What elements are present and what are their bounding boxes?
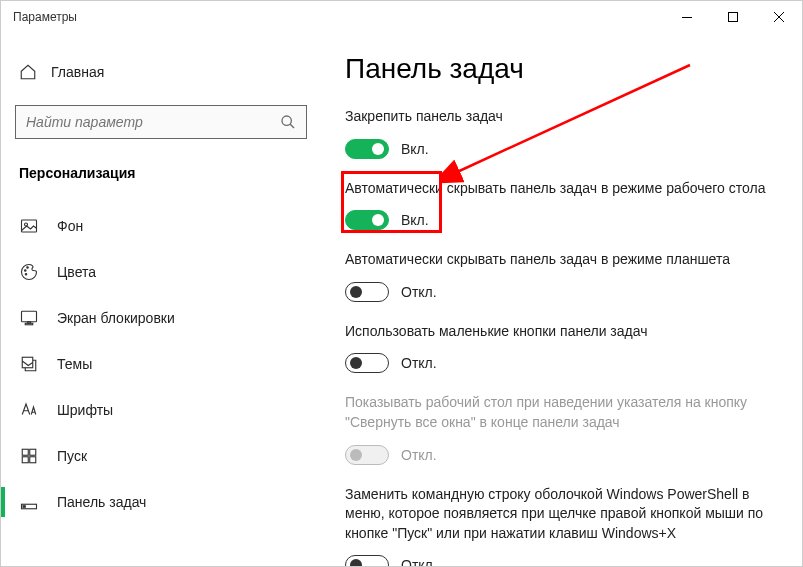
home-icon [19,63,37,81]
nav-list: Фон Цвета Экран блокировки Темы Шрифты [1,203,321,525]
sidebar-item-start[interactable]: Пуск [1,433,321,479]
toggle-state-text: Откл. [401,447,437,463]
toggle-state-text: Откл. [401,557,437,566]
toggle-row: Откл. [345,282,778,302]
toggle-switch [345,445,389,465]
sidebar-item-colors[interactable]: Цвета [1,249,321,295]
setting-label: Закрепить панель задач [345,107,778,127]
svg-rect-11 [28,322,31,324]
window-controls [664,1,802,33]
window-body: Главная Персонализация Фон Цвета Экра [1,33,802,566]
themes-icon [19,354,39,374]
toggle-switch[interactable] [345,353,389,373]
sidebar-item-themes[interactable]: Темы [1,341,321,387]
home-link[interactable]: Главная [1,53,321,91]
sidebar-item-label: Шрифты [57,402,113,418]
palette-icon [19,262,39,282]
toggle-row: Вкл. [345,139,778,159]
sidebar-item-label: Экран блокировки [57,310,175,326]
svg-rect-1 [729,13,738,22]
toggle-row: Откл. [345,445,778,465]
search-box[interactable] [15,105,307,139]
svg-rect-15 [22,457,28,463]
toggle-switch[interactable] [345,555,389,566]
setting-label: Использовать маленькие кнопки панели зад… [345,322,778,342]
setting-label: Показывать рабочий стол при наведении ук… [345,393,778,432]
toggle-switch[interactable] [345,282,389,302]
setting-lock-taskbar: Закрепить панель задач Вкл. [345,107,778,159]
picture-icon [19,216,39,236]
sidebar-item-background[interactable]: Фон [1,203,321,249]
sidebar-item-label: Темы [57,356,92,372]
sidebar-item-label: Панель задач [57,494,146,510]
toggle-state-text: Вкл. [401,141,429,157]
svg-rect-18 [23,506,25,508]
home-label: Главная [51,64,104,80]
setting-peek-desktop: Показывать рабочий стол при наведении ук… [345,393,778,464]
setting-label: Автоматически скрывать панель задач в ре… [345,179,778,199]
svg-rect-9 [22,311,37,322]
toggle-row: Вкл. [345,210,778,230]
setting-small-buttons: Использовать маленькие кнопки панели зад… [345,322,778,374]
sidebar-item-fonts[interactable]: Шрифты [1,387,321,433]
sidebar-item-label: Пуск [57,448,87,464]
minimize-button[interactable] [664,1,710,33]
window-title: Параметры [13,10,664,24]
svg-point-2 [282,116,291,125]
setting-label: Заменить командную строку оболочкой Wind… [345,485,778,544]
start-icon [19,446,39,466]
toggle-switch[interactable] [345,139,389,159]
sidebar-item-taskbar[interactable]: Панель задач [1,479,321,525]
toggle-switch[interactable] [345,210,389,230]
page-title: Панель задач [345,53,778,85]
sidebar: Главная Персонализация Фон Цвета Экра [1,33,321,566]
svg-point-7 [27,267,29,269]
toggle-state-text: Откл. [401,355,437,371]
setting-powershell: Заменить командную строку оболочкой Wind… [345,485,778,566]
sidebar-item-label: Цвета [57,264,96,280]
svg-rect-14 [30,449,36,455]
toggle-row: Откл. [345,555,778,566]
toggle-state-text: Вкл. [401,212,429,228]
taskbar-icon [19,492,39,512]
svg-point-6 [25,270,27,272]
svg-rect-0 [682,17,692,18]
titlebar: Параметры [1,1,802,33]
lockscreen-icon [19,308,39,328]
toggle-state-text: Откл. [401,284,437,300]
search-input[interactable] [26,114,280,130]
sidebar-item-lockscreen[interactable]: Экран блокировки [1,295,321,341]
setting-autohide-desktop: Автоматически скрывать панель задач в ре… [345,179,778,231]
svg-line-3 [290,124,294,128]
svg-point-8 [25,274,27,276]
content-pane: Панель задач Закрепить панель задач Вкл.… [321,33,802,566]
settings-window: Параметры Главная Персонализация Фон [0,0,803,567]
sidebar-item-label: Фон [57,218,83,234]
close-button[interactable] [756,1,802,33]
svg-rect-13 [22,449,28,455]
section-title: Персонализация [1,157,321,203]
search-icon [280,114,296,130]
maximize-button[interactable] [710,1,756,33]
fonts-icon [19,400,39,420]
setting-label: Автоматически скрывать панель задач в ре… [345,250,778,270]
svg-rect-16 [30,457,36,463]
setting-autohide-tablet: Автоматически скрывать панель задач в ре… [345,250,778,302]
toggle-row: Откл. [345,353,778,373]
